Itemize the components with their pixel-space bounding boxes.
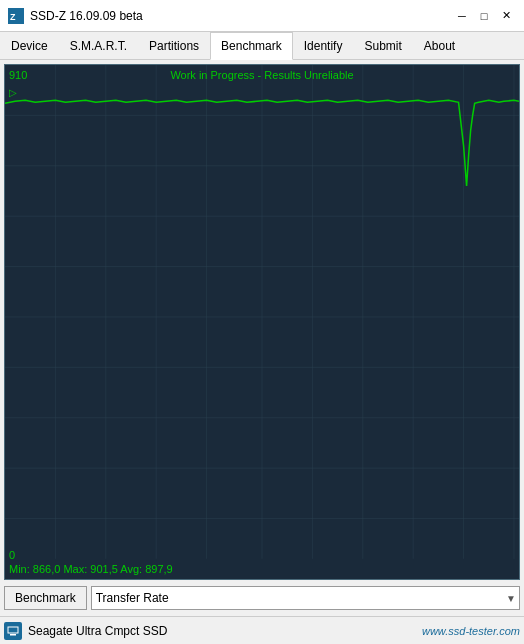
menu-item-about[interactable]: About [413,32,466,59]
menu-bar: Device S.M.A.R.T. Partitions Benchmark I… [0,32,524,60]
benchmark-button[interactable]: Benchmark [4,586,87,610]
menu-item-device[interactable]: Device [0,32,59,59]
menu-item-submit[interactable]: Submit [353,32,412,59]
chart-play-icon: ▷ [9,87,17,98]
menu-item-smart[interactable]: S.M.A.R.T. [59,32,138,59]
transfer-rate-dropdown-wrapper: Transfer Rate Read Write Mixed ▼ [91,586,520,610]
status-bar: Seagate Ultra Cmpct SSD www.ssd-tester.c… [0,616,524,644]
close-button[interactable]: ✕ [496,6,516,26]
chart-title: Work in Progress - Results Unreliable [5,69,519,81]
transfer-rate-select[interactable]: Transfer Rate Read Write Mixed [91,586,520,610]
chart-grid [5,65,519,559]
chart-stats: Min: 866,0 Max: 901,5 Avg: 897,9 [9,563,173,575]
title-bar: Z SSD-Z 16.09.09 beta ─ □ ✕ [0,0,524,32]
window-title: SSD-Z 16.09.09 beta [30,9,452,23]
website-url: www.ssd-tester.com [422,625,520,637]
minimize-button[interactable]: ─ [452,6,472,26]
svg-rect-23 [10,634,16,636]
bottom-controls: Benchmark Transfer Rate Read Write Mixed… [4,584,520,612]
svg-text:Z: Z [10,12,16,22]
menu-item-partitions[interactable]: Partitions [138,32,210,59]
benchmark-chart: 910 Work in Progress - Results Unreliabl… [4,64,520,580]
chart-y-min: 0 [9,549,15,561]
app-icon: Z [8,8,24,24]
device-name: Seagate Ultra Cmpct SSD [28,624,416,638]
menu-item-identify[interactable]: Identify [293,32,354,59]
device-icon [4,622,22,640]
main-area: 910 Work in Progress - Results Unreliabl… [0,60,524,616]
maximize-button[interactable]: □ [474,6,494,26]
menu-item-benchmark[interactable]: Benchmark [210,32,293,60]
window-controls: ─ □ ✕ [452,6,516,26]
